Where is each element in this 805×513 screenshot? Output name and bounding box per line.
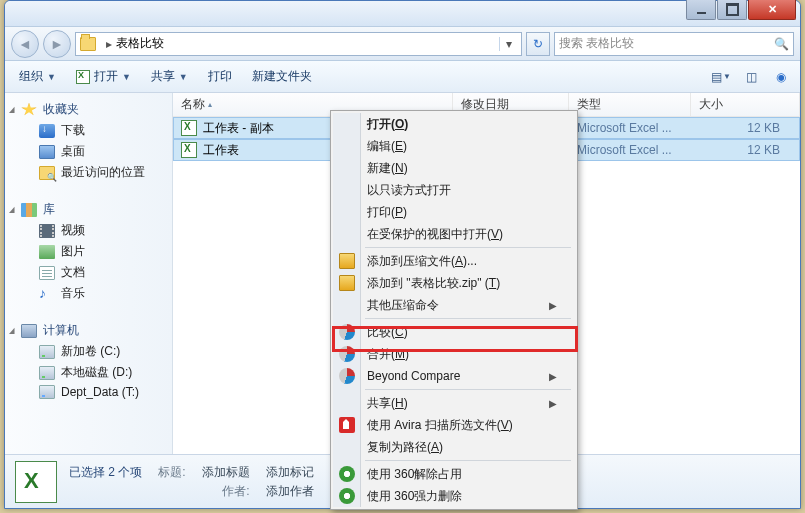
menu-add-zip[interactable]: 添加到 "表格比较.zip" (T) (333, 272, 575, 294)
status-title-label: 标题: (158, 464, 185, 481)
excel-file-icon (15, 461, 57, 503)
desktop-icon (39, 145, 55, 159)
status-author-label: 作者: (202, 483, 250, 500)
help-button[interactable]: ◉ (768, 66, 794, 88)
recent-icon (39, 166, 55, 180)
menu-readonly[interactable]: 以只读方式打开 (333, 179, 575, 201)
network-drive-icon (39, 385, 55, 399)
excel-icon (76, 70, 90, 84)
video-icon (39, 224, 55, 238)
status-title-value[interactable]: 添加标题 (202, 464, 250, 481)
status-tags-value[interactable]: 添加标记 (266, 464, 314, 481)
window-close-button[interactable] (748, 0, 796, 20)
drive-icon (39, 345, 55, 359)
column-size[interactable]: 大小 (691, 93, 800, 116)
menu-add-archive[interactable]: 添加到压缩文件(A)... (333, 250, 575, 272)
menu-print[interactable]: 打印(P) (333, 201, 575, 223)
new-folder-button[interactable]: 新建文件夹 (244, 65, 320, 88)
sidebar-item-music[interactable]: ♪音乐 (7, 283, 170, 304)
libraries-icon (21, 203, 37, 217)
music-icon: ♪ (39, 287, 55, 301)
context-menu: 打开(O) 编辑(E) 新建(N) 以只读方式打开 打印(P) 在受保护的视图中… (330, 110, 578, 510)
360-icon (339, 488, 355, 504)
menu-share[interactable]: 共享(H)▶ (333, 392, 575, 414)
sidebar-item-documents[interactable]: 文档 (7, 262, 170, 283)
sidebar-libraries-head[interactable]: 库 (7, 199, 170, 220)
breadcrumb-segment[interactable]: 表格比较 (116, 35, 164, 52)
file-name: 工作表 (203, 142, 239, 159)
sidebar-computer-head[interactable]: 计算机 (7, 320, 170, 341)
menu-beyond-compare[interactable]: Beyond Compare▶ (333, 365, 575, 387)
refresh-button[interactable]: ↻ (526, 32, 550, 56)
search-input[interactable]: 搜索 表格比较 🔍 (554, 32, 794, 56)
view-mode-button[interactable]: ▤▼ (708, 66, 734, 88)
drive-icon (39, 366, 55, 380)
nav-forward-button[interactable]: ► (43, 30, 71, 58)
print-button[interactable]: 打印 (200, 65, 240, 88)
sidebar-item-drive-t[interactable]: Dept_Data (T:) (7, 383, 170, 401)
preview-pane-button[interactable]: ◫ (738, 66, 764, 88)
file-size: 12 KB (747, 143, 780, 157)
beyond-compare-icon (339, 346, 355, 362)
status-selected: 已选择 2 个项 (69, 464, 142, 481)
folder-icon (80, 37, 96, 51)
documents-icon (39, 266, 55, 280)
computer-icon (21, 324, 37, 338)
menu-other-compress[interactable]: 其他压缩命令▶ (333, 294, 575, 316)
menu-360-unlock[interactable]: 使用 360解除占用 (333, 463, 575, 485)
zip-icon (339, 253, 355, 269)
organize-button[interactable]: 组织▼ (11, 65, 64, 88)
menu-compare[interactable]: 比较(C) (333, 321, 575, 343)
file-type: Microsoft Excel ... (577, 121, 672, 135)
menu-avira[interactable]: 使用 Avira 扫描所选文件(V) (333, 414, 575, 436)
chevron-right-icon: ▶ (549, 398, 557, 409)
search-placeholder: 搜索 表格比较 (559, 35, 634, 52)
address-dropdown[interactable]: ▾ (499, 37, 517, 51)
nav-back-button[interactable]: ◄ (11, 30, 39, 58)
toolbar: 组织▼ 打开▼ 共享▼ 打印 新建文件夹 ▤▼ ◫ ◉ (5, 61, 800, 93)
breadcrumb-separator: ▸ (106, 37, 112, 51)
pictures-icon (39, 245, 55, 259)
sidebar-item-drive-c[interactable]: 新加卷 (C:) (7, 341, 170, 362)
menu-merge[interactable]: 合并(M) (333, 343, 575, 365)
column-type[interactable]: 类型 (569, 93, 691, 116)
excel-file-icon (181, 142, 197, 158)
share-button[interactable]: 共享▼ (143, 65, 196, 88)
menu-edit[interactable]: 编辑(E) (333, 135, 575, 157)
titlebar (5, 1, 800, 27)
sidebar-item-recent[interactable]: 最近访问的位置 (7, 162, 170, 183)
beyond-compare-icon (339, 324, 355, 340)
menu-protected[interactable]: 在受保护的视图中打开(V) (333, 223, 575, 245)
sidebar: 收藏夹 下载 桌面 最近访问的位置 库 视频 图片 文档 ♪音乐 计算机 新加卷… (5, 93, 173, 454)
zip-icon (339, 275, 355, 291)
sidebar-item-pictures[interactable]: 图片 (7, 241, 170, 262)
sidebar-favorites-head[interactable]: 收藏夹 (7, 99, 170, 120)
open-button[interactable]: 打开▼ (68, 65, 139, 88)
search-icon: 🔍 (774, 37, 789, 51)
menu-new[interactable]: 新建(N) (333, 157, 575, 179)
file-type: Microsoft Excel ... (577, 143, 672, 157)
star-icon (21, 103, 37, 117)
file-size: 12 KB (747, 121, 780, 135)
window-minimize-button[interactable] (686, 0, 716, 20)
avira-icon (339, 417, 355, 433)
sidebar-item-videos[interactable]: 视频 (7, 220, 170, 241)
menu-copy-path[interactable]: 复制为路径(A) (333, 436, 575, 458)
menu-360-delete[interactable]: 使用 360强力删除 (333, 485, 575, 507)
sidebar-item-desktop[interactable]: 桌面 (7, 141, 170, 162)
status-author-value[interactable]: 添加作者 (266, 483, 314, 500)
file-name: 工作表 - 副本 (203, 120, 274, 137)
nav-bar: ◄ ► ▸ 表格比较 ▾ ↻ 搜索 表格比较 🔍 (5, 27, 800, 61)
sidebar-item-drive-d[interactable]: 本地磁盘 (D:) (7, 362, 170, 383)
excel-file-icon (181, 120, 197, 136)
download-icon (39, 124, 55, 138)
360-icon (339, 466, 355, 482)
sidebar-item-downloads[interactable]: 下载 (7, 120, 170, 141)
menu-open[interactable]: 打开(O) (333, 113, 575, 135)
beyond-compare-icon (339, 368, 355, 384)
address-bar[interactable]: ▸ 表格比较 ▾ (75, 32, 522, 56)
chevron-right-icon: ▶ (549, 300, 557, 311)
window-maximize-button[interactable] (717, 0, 747, 20)
chevron-right-icon: ▶ (549, 371, 557, 382)
